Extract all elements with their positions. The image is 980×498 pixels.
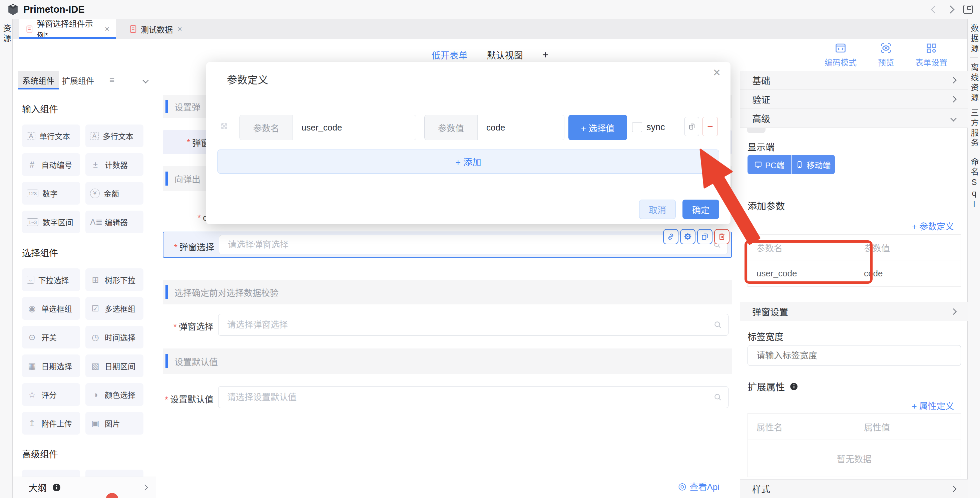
section-header-validate: 选择确定前对选择数据校验	[163, 280, 732, 305]
component-color-picker[interactable]: ◑颜色选择	[85, 383, 143, 406]
label-width-input[interactable]	[756, 350, 961, 361]
component-tree-dropdown[interactable]: ⊞树形下拉	[85, 268, 143, 291]
component-attachment-upload[interactable]: ↥附件上传	[22, 412, 80, 434]
outline-expand-icon[interactable]	[142, 484, 148, 490]
popup-select-input[interactable]	[219, 235, 728, 254]
param-define-link[interactable]: + 参数定义	[912, 220, 954, 232]
tab-low-code-form[interactable]: 低开表单	[432, 48, 468, 61]
code-mode-button[interactable]: 编码模式	[824, 42, 857, 68]
component-switch[interactable]: ⊙开关	[22, 326, 80, 348]
form-row-default-value[interactable]: *设置默认值	[163, 383, 732, 411]
component-dropdown-select[interactable]: ⌄下拉选择	[22, 268, 80, 291]
outline-bar[interactable]: 大纲	[13, 477, 156, 498]
view-api-link[interactable]: ◎ 查看Api	[678, 480, 719, 492]
component-number[interactable]: 123数字	[22, 182, 80, 204]
dialog-title: 参数定义	[227, 72, 268, 86]
tab-default-view[interactable]: 默认视图	[487, 48, 523, 61]
tab-system-components[interactable]: 系统组件	[18, 71, 59, 89]
tab-close-icon[interactable]: ×	[177, 24, 182, 34]
palette-collapse-icon[interactable]	[142, 77, 148, 83]
section-header-default-value: 设置默认值	[163, 348, 732, 374]
accordion-style[interactable]: 样式	[740, 479, 968, 498]
mobile-target-button[interactable]: 移动端	[792, 155, 835, 174]
component-editor[interactable]: A≣编辑器	[85, 211, 143, 233]
accordion-basic[interactable]: 基础	[740, 71, 968, 90]
component-auto-number[interactable]: #自动编号	[22, 153, 80, 176]
component-counter[interactable]: ±计数器	[85, 153, 143, 176]
editor-icon: A≣	[90, 217, 101, 227]
prop-define-link[interactable]: + 属性定义	[912, 399, 954, 412]
preview-button[interactable]: 预览	[878, 42, 894, 68]
tab-extension-components[interactable]: 扩展组件	[59, 71, 97, 89]
param-name-input[interactable]	[293, 115, 416, 140]
component-time-picker[interactable]: ◷时间选择	[85, 326, 143, 348]
auto-number-icon: #	[27, 160, 37, 169]
chevron-right-icon	[950, 96, 956, 102]
accordion-advanced[interactable]: 高级	[740, 109, 968, 128]
form-row-popup-select-selected[interactable]: *弹窗选择	[163, 231, 732, 258]
dock-resources[interactable]: 资源	[0, 24, 12, 44]
required-mark: *	[165, 394, 168, 405]
dock-named-sql[interactable]: 命名Sql	[968, 158, 980, 211]
cancel-button[interactable]: 取消	[639, 200, 676, 219]
add-param-row-button[interactable]: + 添加	[218, 150, 719, 174]
default-value-field[interactable]	[226, 392, 713, 403]
advanced-components-grid: ○人员选择 ♙机构选择	[22, 469, 156, 477]
required-mark: *	[187, 137, 190, 147]
code-window-icon	[835, 42, 846, 54]
duplicate-row-button[interactable]	[684, 117, 699, 136]
nav-back-icon[interactable]	[931, 5, 939, 13]
input-components-grid: A单行文本 A多行文本 #自动编号 ±计数器 123数字 ¥金额 1~3数字区间…	[22, 124, 156, 233]
left-dock-strip: 资源	[0, 19, 13, 498]
add-view-button[interactable]: +	[542, 49, 549, 61]
tab-close-icon[interactable]: ×	[105, 24, 110, 34]
popup-select-field[interactable]	[226, 319, 713, 330]
copy-icon	[688, 123, 696, 131]
component-date-picker[interactable]: ▦日期选择	[22, 354, 80, 377]
mobile-label: 移动端	[807, 159, 830, 171]
palette-menu-icon[interactable]: ≡	[110, 75, 115, 85]
accordion-validation[interactable]: 验证	[740, 90, 968, 109]
tab-popup-select-example[interactable]: 弹窗选择组件示例* ×	[19, 19, 116, 39]
sync-checkbox[interactable]	[632, 122, 642, 132]
time-picker-icon: ◷	[90, 332, 101, 342]
date-range-icon: ▧	[90, 361, 101, 371]
primeton-ide-window: Primeton-IDE 资源 数据源 离线资源 三方服务 命名Sql 弹窗选择…	[0, 0, 980, 498]
component-date-range[interactable]: ▧日期区间	[85, 354, 143, 377]
component-image[interactable]: ▣图片	[85, 412, 143, 434]
popup-select-input[interactable]	[218, 314, 729, 336]
dock-third-party-services[interactable]: 三方服务	[968, 109, 980, 148]
drag-handle-icon[interactable]	[218, 120, 230, 132]
component-person-select[interactable]: ○人员选择	[22, 469, 80, 477]
component-multi-line-text[interactable]: A多行文本	[85, 124, 143, 147]
section-title: 设置弹	[175, 101, 200, 113]
field-label-wrap: *弹窗选择	[163, 320, 213, 332]
form-settings-button[interactable]: 表单设置	[915, 42, 947, 68]
window-restore-icon[interactable]	[963, 5, 973, 14]
link-icon	[667, 232, 675, 241]
form-row-popup-select-2[interactable]: *弹窗选择	[163, 311, 732, 338]
remove-row-button[interactable]: −	[703, 117, 718, 136]
divider	[970, 152, 978, 152]
default-value-input[interactable]	[218, 386, 729, 408]
component-number-range[interactable]: 1~3数字区间	[22, 211, 80, 233]
component-org-select[interactable]: ♙机构选择	[85, 469, 143, 477]
component-checkbox-group[interactable]: ☑多选框组	[85, 297, 143, 320]
group-title-select: 选择组件	[22, 246, 156, 259]
upload-icon: ↥	[27, 418, 37, 428]
accordion-popup-settings[interactable]: 弹窗设置	[740, 302, 968, 321]
component-rating[interactable]: ☆评分	[22, 383, 80, 406]
nav-forward-icon[interactable]	[946, 5, 954, 13]
dock-datasource[interactable]: 数据源	[968, 24, 980, 54]
dock-offline-resources[interactable]: 离线资源	[968, 63, 980, 103]
param-value-input[interactable]	[478, 115, 564, 140]
popup-select-field[interactable]	[227, 239, 713, 251]
select-value-button[interactable]: + 选择值	[568, 115, 627, 140]
bind-link-button[interactable]	[663, 229, 678, 244]
prop-name-header: 属性名	[748, 413, 855, 440]
component-radio-group[interactable]: ◉单选框组	[22, 297, 80, 320]
dialog-close-icon[interactable]: ×	[713, 66, 721, 79]
tab-test-data[interactable]: 测试数据 ×	[123, 19, 189, 39]
component-single-line-text[interactable]: A单行文本	[22, 124, 80, 147]
component-amount[interactable]: ¥金额	[85, 182, 143, 204]
